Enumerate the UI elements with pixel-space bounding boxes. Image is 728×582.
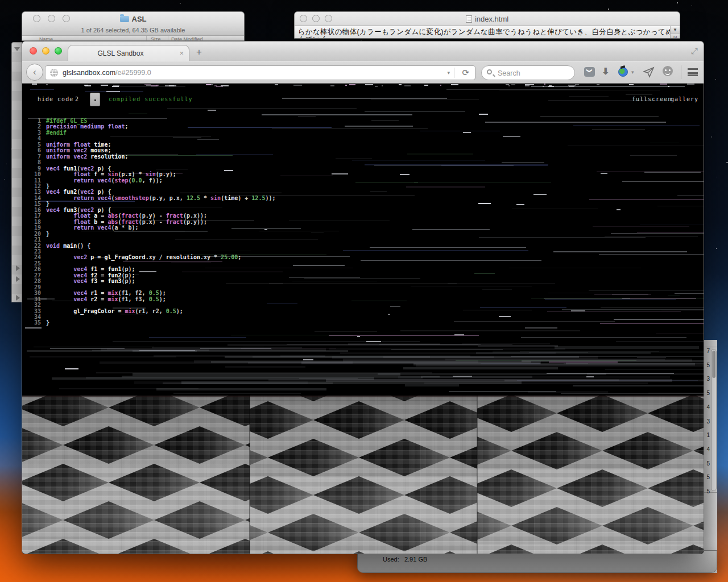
url-bar[interactable]: glslsandbox.com/e#25999.0 ▾ ⟳ [45, 65, 475, 80]
document-icon [466, 15, 472, 23]
code-line: 28 vec4 f3 = fun3(p); [22, 278, 276, 284]
disclosure-open-icon[interactable] [14, 47, 20, 51]
row-number: 3 [704, 376, 710, 382]
search-icon [487, 69, 492, 74]
code-line: 11 return vec4(step(0.0, f)); [22, 178, 276, 184]
disclosure-closed-icon[interactable] [16, 265, 20, 271]
finder-window: ASL 1 of 264 selected, 64.35 GB availabl… [22, 11, 245, 41]
finder-status-text: 1 of 264 selected, 64.35 GB available [22, 27, 244, 34]
url-text: glslsandbox.com/e#25999.0 [63, 69, 151, 77]
background-media-window-edge: 75354314555 [704, 340, 717, 573]
disclosure-closed-icon[interactable] [16, 276, 20, 282]
document-titlebar[interactable]: index.html [295, 12, 680, 26]
background-list-window [11, 42, 22, 302]
divider [454, 68, 454, 78]
column-header-date[interactable]: Date Modified [171, 36, 203, 40]
finder-titlebar[interactable]: ASL [22, 12, 244, 26]
divider [704, 347, 717, 347]
row-number: 5 [704, 474, 710, 480]
scrollbar-thumb[interactable] [712, 351, 715, 378]
disclosure-closed-icon[interactable] [16, 295, 20, 301]
url-dropdown-icon[interactable]: ▾ [447, 70, 450, 76]
chevron-down-icon[interactable]: ▾ [631, 69, 634, 75]
chat-smiley-icon[interactable] [663, 66, 673, 76]
shader-output-pattern[interactable] [22, 396, 704, 554]
new-tab-button[interactable]: + [196, 47, 202, 57]
extension-globe-icon[interactable] [618, 67, 628, 77]
row-number: 5 [704, 362, 710, 368]
browser-navbar: ‹ glslsandbox.com/e#25999.0 ▾ ⟳ Search ⬇… [22, 61, 704, 84]
finder-window-title: ASL [22, 15, 244, 23]
row-number: 3 [704, 418, 710, 425]
shader-pattern-panel [22, 396, 250, 554]
minimize-button[interactable] [42, 47, 49, 55]
browser-titlebar[interactable]: GLSL Sandbox × + ⤢ [22, 41, 704, 61]
close-button[interactable] [30, 47, 37, 55]
pattern-top-glitch-line [22, 396, 704, 397]
tab-glsl-sandbox[interactable]: GLSL Sandbox × [68, 45, 189, 61]
row-number: 1 [704, 432, 710, 438]
row-number: 7 [704, 348, 710, 354]
column-divider [168, 36, 168, 40]
tab-title: GLSL Sandbox [68, 49, 173, 57]
document-scrollbar[interactable]: ▼ ⊡ [670, 26, 680, 38]
code-line: 35} [22, 320, 276, 326]
document-body[interactable]: らかな棒状の物体(カラーもランダムに変化)がランダムな曲率でうねうねと伸びていき… [295, 26, 680, 38]
row-number: 4 [704, 404, 710, 410]
used-storage-text: Used: 2.91 GB [383, 556, 427, 563]
finder-column-headers: Name Size Date Modified [22, 35, 244, 40]
tab-close-icon[interactable]: × [179, 49, 184, 57]
code-line: 20} [22, 231, 276, 237]
reload-icon[interactable]: ⟳ [462, 68, 469, 78]
search-placeholder: Search [498, 69, 520, 77]
column-divider [146, 36, 147, 40]
menu-icon[interactable] [688, 68, 698, 76]
row-number: 5 [704, 488, 710, 494]
divider [681, 65, 681, 79]
desktop: ASL 1 of 264 selected, 64.35 GB availabl… [0, 0, 728, 582]
row-number: 5 [704, 390, 710, 396]
column-header-size[interactable]: Size [151, 36, 161, 40]
site-globe-icon [50, 69, 58, 77]
scroll-down-icon[interactable]: ▼ [671, 26, 680, 34]
code-line: 7uniform vec2 resolution; [22, 154, 276, 160]
column-header-name[interactable]: Name [39, 36, 53, 40]
document-window: index.html らかな棒状の物体(カラーもランダムに変化)がランダムな曲率… [294, 11, 680, 39]
scrollbar-track[interactable] [711, 349, 717, 491]
pocket-icon[interactable] [584, 67, 595, 77]
code-line: 34 [22, 314, 276, 320]
fullscreen-expand-icon[interactable]: ⤢ [691, 46, 698, 56]
scrollbar-box-icon[interactable]: ⊡ [671, 34, 680, 38]
code-line: 19 return vec4(a * b); [22, 225, 276, 231]
pattern-seam [249, 396, 250, 554]
code-line: 3#endif [22, 130, 276, 136]
code-editor[interactable]: 1#ifdef GL_ES2precision mediump float;3#… [22, 118, 276, 326]
shader-pattern-panel [250, 396, 477, 554]
shader-pattern-panel [477, 396, 704, 554]
row-number: 5 [704, 460, 710, 467]
browser-window: GLSL Sandbox × + ⤢ ‹ glslsandbox.com/e#2… [22, 41, 704, 554]
row-number: 4 [704, 446, 710, 452]
folder-icon [120, 16, 129, 22]
code-line: 31 vec4 r2 = mix(f1, f3, 0.5); [22, 297, 276, 302]
code-line: 33 gl_FragColor = mix(r1, r2, 0.5); [22, 309, 276, 314]
glsl-sandbox-page: hide code 2 compiled successfully fullsc… [22, 84, 704, 554]
document-text-line: んでいく [298, 35, 667, 38]
code-line: 22void main() { [22, 243, 276, 249]
code-line: 24 vec2 p = gl_FragCoord.xy / resolution… [22, 255, 276, 260]
search-input[interactable]: Search [481, 65, 575, 80]
share-icon[interactable] [643, 66, 655, 80]
zoom-button[interactable] [55, 47, 62, 55]
pattern-seam [477, 396, 478, 554]
document-window-title: index.html [295, 15, 680, 23]
downloads-icon[interactable]: ⬇ [602, 66, 609, 77]
back-button[interactable]: ‹ [26, 64, 43, 81]
code-line: 14 return vec4(smoothstep(p.y, p.x, 12.5… [22, 196, 276, 201]
